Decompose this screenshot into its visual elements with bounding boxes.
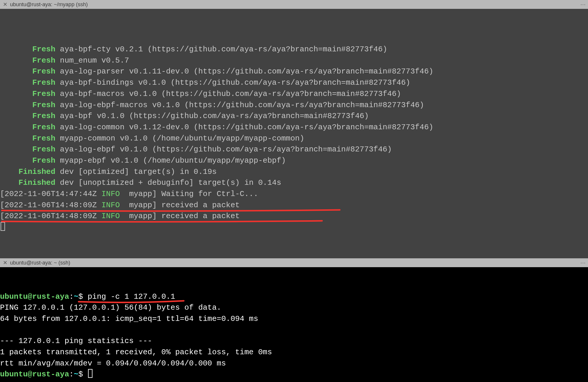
- status-fresh: Fresh: [32, 56, 55, 65]
- prompt-dollar: $: [78, 370, 87, 379]
- window-title-bottom: ubuntu@rust-aya: ~ (ssh): [10, 260, 70, 266]
- cargo-fresh-line: Fresh aya-bpf-bindings v0.1.0 (https://g…: [0, 77, 588, 89]
- cargo-fresh-line: Fresh aya-log-ebpf v0.1.0 (https://githu…: [0, 144, 588, 155]
- prompt-line: ubuntu@rust-aya:~$: [0, 369, 588, 380]
- output-text: --- 127.0.0.1 ping statistics ---: [0, 337, 152, 345]
- cargo-fresh-line: Fresh aya-log-parser v0.1.11-dev.0 (http…: [0, 66, 588, 77]
- finished-detail: dev [unoptimized + debuginfo] target(s) …: [60, 178, 281, 187]
- prompt-line: ubuntu@rust-aya:~$ ping -c 1 127.0.0.1: [0, 291, 588, 303]
- status-fresh: Fresh: [32, 134, 55, 143]
- output-line: PING 127.0.0.1 (127.0.0.1) 56(84) bytes …: [0, 302, 588, 314]
- cursor-line: [0, 222, 588, 233]
- log-module: myapp]: [120, 190, 161, 198]
- crate-info: aya-bpf-cty v0.2.1 (https://github.com/a…: [60, 45, 387, 54]
- crate-info: myapp-common v0.1.0 (/home/ubuntu/myapp/…: [60, 134, 304, 143]
- cargo-fresh-line: Fresh aya-bpf-cty v0.2.1 (https://github…: [0, 44, 588, 55]
- crate-info: aya-bpf-bindings v0.1.0 (https://github.…: [60, 78, 410, 87]
- status-fresh: Fresh: [32, 89, 55, 98]
- log-ts: [2022-11-06T14:48:09Z: [0, 201, 101, 210]
- output-line: rtt min/avg/max/mdev = 0.094/0.094/0.094…: [0, 358, 588, 369]
- log-msg: received a packet: [161, 212, 240, 221]
- output-text: rtt min/avg/max/mdev = 0.094/0.094/0.094…: [0, 359, 226, 368]
- cargo-finished-line: Finished dev [unoptimized + debuginfo] t…: [0, 177, 588, 189]
- command-text: ping -c 1 127.0.0.1: [87, 292, 175, 301]
- prompt-user: ubuntu@rust-aya: [0, 292, 69, 301]
- prompt-path: ~: [74, 370, 79, 379]
- titlebar-bottom: ✕ ubuntu@rust-aya: ~ (ssh) ⋯: [0, 258, 588, 267]
- hamburger-dots-icon[interactable]: ⋯: [580, 259, 586, 266]
- terminal-output-top[interactable]: Fresh aya-bpf-cty v0.2.1 (https://github…: [0, 9, 588, 258]
- crate-info: num_enum v0.5.7: [60, 56, 129, 65]
- cursor-icon: [1, 222, 5, 231]
- output-line: [0, 325, 588, 336]
- log-level: INFO: [101, 201, 120, 210]
- cargo-fresh-line: Fresh aya-log-common v0.1.12-dev.0 (http…: [0, 122, 588, 133]
- output-text: 64 bytes from 127.0.0.1: icmp_seq=1 ttl=…: [0, 314, 258, 323]
- cargo-fresh-line: Fresh myapp-ebpf v0.1.0 (/home/ubuntu/my…: [0, 155, 588, 166]
- log-msg: Waiting for Ctrl-C...: [161, 190, 258, 198]
- crate-info: aya-bpf-macros v0.1.0 (https://github.co…: [60, 89, 401, 98]
- crate-info: aya-bpf v0.1.0 (https://github.com/aya-r…: [60, 112, 369, 120]
- cargo-fresh-line: Fresh myapp-common v0.1.0 (/home/ubuntu/…: [0, 133, 588, 144]
- output-line: --- 127.0.0.1 ping statistics ---: [0, 336, 588, 347]
- status-finished: Finished: [18, 167, 55, 176]
- finished-detail: dev [optimized] target(s) in 0.19s: [60, 167, 217, 176]
- prompt-user: ubuntu@rust-aya: [0, 370, 69, 379]
- close-icon[interactable]: ✕: [2, 1, 8, 8]
- log-level: INFO: [101, 190, 120, 198]
- status-fresh: Fresh: [32, 112, 55, 120]
- hamburger-dots-icon[interactable]: ⋯: [580, 1, 586, 8]
- log-line: [2022-11-06T14:47:44Z INFO myapp] Waitin…: [0, 189, 588, 200]
- crate-info: aya-log-ebpf v0.1.0 (https://github.com/…: [60, 145, 392, 154]
- terminal-pane-top: ✕ ubuntu@rust-aya: ~/myapp (ssh) ⋯ Fresh…: [0, 0, 588, 258]
- log-module: myapp]: [120, 201, 161, 210]
- close-icon[interactable]: ✕: [2, 259, 8, 266]
- log-module: myapp]: [120, 212, 161, 221]
- prompt-sep: :: [69, 292, 74, 301]
- titlebar-top: ✕ ubuntu@rust-aya: ~/myapp (ssh) ⋯: [0, 0, 588, 9]
- output-line: 1 packets transmitted, 1 received, 0% pa…: [0, 347, 588, 358]
- log-ts: [2022-11-06T14:48:09Z: [0, 212, 101, 221]
- log-line: [2022-11-06T14:48:09Z INFO myapp] receiv…: [0, 211, 588, 222]
- cargo-fresh-line: Fresh aya-log-ebpf-macros v0.1.0 (https:…: [0, 100, 588, 111]
- crate-info: aya-log-ebpf-macros v0.1.0 (https://gith…: [60, 101, 424, 110]
- window-title-top: ubuntu@rust-aya: ~/myapp (ssh): [10, 1, 88, 8]
- terminal-output-bottom[interactable]: ubuntu@rust-aya:~$ ping -c 1 127.0.0.1PI…: [0, 267, 588, 382]
- status-fresh: Fresh: [32, 101, 55, 110]
- log-level: INFO: [101, 212, 120, 221]
- log-msg: received a packet: [161, 201, 240, 210]
- cargo-fresh-line: Fresh aya-bpf-macros v0.1.0 (https://git…: [0, 89, 588, 100]
- output-text: [0, 326, 5, 334]
- prompt-path: ~: [74, 292, 79, 301]
- status-fresh: Fresh: [32, 45, 55, 54]
- cargo-fresh-line: Fresh num_enum v0.5.7: [0, 55, 588, 66]
- status-finished: Finished: [18, 178, 55, 187]
- status-fresh: Fresh: [32, 78, 55, 87]
- status-fresh: Fresh: [32, 145, 55, 154]
- crate-info: aya-log-common v0.1.12-dev.0 (https://gi…: [60, 123, 433, 132]
- output-line: 64 bytes from 127.0.0.1: icmp_seq=1 ttl=…: [0, 314, 588, 325]
- status-fresh: Fresh: [32, 156, 55, 165]
- crate-info: aya-log-parser v0.1.11-dev.0 (https://gi…: [60, 67, 433, 76]
- crate-info: myapp-ebpf v0.1.0 (/home/ubuntu/myapp/my…: [60, 156, 286, 165]
- prompt-sep: :: [69, 370, 74, 379]
- log-ts: [2022-11-06T14:47:44Z: [0, 190, 101, 198]
- output-text: 1 packets transmitted, 1 received, 0% pa…: [0, 348, 272, 357]
- prompt-dollar: $: [78, 292, 87, 301]
- cargo-finished-line: Finished dev [optimized] target(s) in 0.…: [0, 166, 588, 178]
- cargo-fresh-line: Fresh aya-bpf v0.1.0 (https://github.com…: [0, 111, 588, 122]
- terminal-pane-bottom: ✕ ubuntu@rust-aya: ~ (ssh) ⋯ ubuntu@rust…: [0, 258, 588, 382]
- output-text: PING 127.0.0.1 (127.0.0.1) 56(84) bytes …: [0, 303, 221, 312]
- cursor-icon: [88, 369, 92, 378]
- status-fresh: Fresh: [32, 123, 55, 132]
- log-line: [2022-11-06T14:48:09Z INFO myapp] receiv…: [0, 200, 588, 211]
- status-fresh: Fresh: [32, 67, 55, 76]
